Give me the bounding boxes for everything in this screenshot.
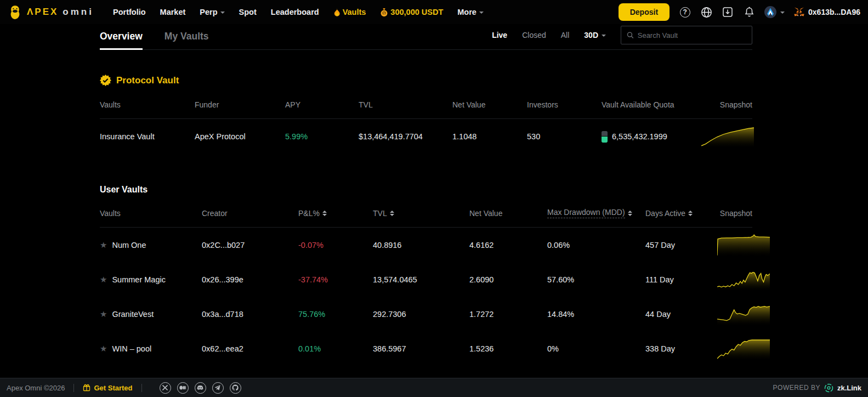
vault-snapshot-chart[interactable] (717, 303, 770, 325)
col-snapshot: Snapshot (720, 209, 752, 218)
filter-all[interactable]: All (561, 31, 570, 39)
metamask-fox-icon (794, 7, 804, 17)
get-started-link[interactable]: Get Started (83, 384, 132, 392)
vault-days-active: 457 Day (645, 241, 717, 249)
network-selector[interactable] (764, 6, 785, 18)
discord-icon[interactable] (195, 382, 206, 394)
vault-apy: 5.99% (285, 132, 359, 141)
nav-item-portfolio[interactable]: Portfolio (106, 8, 153, 16)
vault-days-active: 44 Day (645, 310, 717, 319)
money-bag-icon (380, 8, 388, 16)
vault-snapshot-chart[interactable] (717, 338, 770, 360)
sort-icon (688, 211, 693, 216)
tab-my-vaults[interactable]: My Vaults (164, 31, 209, 49)
gift-icon (83, 384, 90, 392)
footer-divider (141, 384, 142, 392)
vault-mdd: 57.60% (547, 275, 645, 284)
user-vault-row[interactable]: ★WIN – pool 0x62...eea2 0.01% 386.5967 1… (100, 331, 752, 366)
vault-snapshot-chart[interactable] (701, 126, 754, 148)
sort-icon (628, 211, 632, 216)
deposit-button[interactable]: Deposit (619, 3, 670, 21)
favorite-star-icon[interactable]: ★ (100, 310, 107, 318)
telegram-icon[interactable] (212, 382, 224, 394)
vault-snapshot-chart[interactable] (717, 269, 770, 291)
medium-icon[interactable] (177, 382, 189, 394)
favorite-star-icon[interactable]: ★ (100, 344, 107, 353)
filter-live[interactable]: Live (492, 31, 507, 39)
favorite-star-icon[interactable]: ★ (100, 241, 107, 249)
user-vault-row[interactable]: ★Summer Magic 0x26...399e -37.74% 13,574… (100, 262, 752, 297)
vault-name: Summer Magic (112, 275, 166, 284)
nav-item-leaderboard[interactable]: Leaderboard (264, 8, 326, 16)
wallet-address-chip[interactable]: 0x613b...DA96 (794, 7, 860, 17)
col-quota: Vault Available Quota (602, 100, 701, 109)
vault-net-value: 1.7272 (469, 310, 547, 319)
vault-pnl: -0.07% (298, 241, 373, 249)
nav-item-perp[interactable]: Perp (192, 8, 231, 16)
user-vault-row[interactable]: ★GraniteVest 0x3a...d718 75.76% 292.7306… (100, 297, 752, 331)
brand-apex: ΛPEX (27, 7, 58, 18)
favorite-star-icon[interactable]: ★ (100, 275, 107, 283)
github-icon[interactable] (230, 382, 241, 394)
top-nav: ΛPEXomni Portfolio Market Perp Spot Lead… (0, 0, 868, 24)
col-days-sort[interactable]: Days Active (645, 209, 717, 218)
protocol-vault-heading: Protocol Vault (100, 75, 752, 86)
arbitrum-network-icon (764, 6, 776, 18)
search-vault-box (621, 26, 752, 44)
vault-net-value: 1.1048 (452, 132, 527, 141)
user-table-header: Vaults Creator P&L% TVL Net Value Max Dr… (100, 199, 752, 228)
col-mdd-sort[interactable]: Max Drawdown (MDD) (547, 208, 645, 218)
filters-cluster: Live Closed All 30D (492, 26, 752, 49)
period-select[interactable]: 30D (584, 31, 606, 39)
apex-omni-logo[interactable]: ΛPEXomni (8, 5, 94, 20)
vault-investors: 530 (527, 132, 602, 141)
vault-name: WIN – pool (112, 344, 151, 353)
vault-name: Num One (112, 241, 146, 249)
col-investors: Investors (527, 100, 602, 109)
vault-snapshot-chart[interactable] (717, 234, 770, 256)
nav-item-more[interactable]: More (450, 8, 491, 16)
col-tvl-sort[interactable]: TVL (373, 209, 469, 218)
vault-name: Insurance Vault (100, 132, 195, 141)
main-content: Overview My Vaults Live Closed All 30D P… (100, 24, 752, 366)
col-apy: APY (285, 100, 359, 109)
vault-creator: 0x26...399e (202, 275, 298, 284)
nav-item-spot[interactable]: Spot (232, 8, 264, 16)
vault-pnl: 75.76% (298, 310, 373, 319)
vault-mdd: 0% (547, 344, 645, 353)
protocol-vault-title: Protocol Vault (116, 75, 179, 86)
globe-icon[interactable] (700, 6, 712, 18)
protocol-table-header: Vaults Funder APY TVL Net Value Investor… (100, 90, 752, 119)
vault-tvl: 40.8916 (373, 241, 469, 249)
help-icon[interactable]: ? (679, 6, 691, 18)
footer-copyright: Apex Omni ©2026 (7, 384, 65, 392)
ape-logo-icon (8, 5, 22, 20)
nav-item-market[interactable]: Market (153, 8, 193, 16)
protocol-vault-row[interactable]: Insurance Vault ApeX Protocol 5.99% $13,… (100, 119, 752, 154)
quota-battery-icon (602, 131, 608, 143)
powered-by: POWERED BY zk.Link (773, 383, 861, 393)
vault-pnl: -37.74% (298, 275, 373, 284)
search-vault-input[interactable] (638, 31, 746, 39)
vault-tvl: 13,574.0465 (373, 275, 469, 284)
vault-days-active: 338 Day (645, 344, 717, 353)
chevron-down-icon (479, 12, 484, 14)
download-app-icon[interactable] (722, 6, 734, 18)
col-pnl-sort[interactable]: P&L% (298, 209, 373, 218)
nav-item-vaults[interactable]: Vaults (326, 8, 373, 16)
nav-item-rewards[interactable]: 300,000 USDT (373, 8, 450, 16)
footer-bar: Apex Omni ©2026 Get Started POWERED BY z… (0, 378, 868, 397)
vault-net-value: 2.6090 (469, 275, 547, 284)
chevron-down-icon (602, 35, 606, 37)
brand-omni: omni (63, 7, 94, 18)
tab-overview[interactable]: Overview (100, 31, 143, 49)
user-vault-row[interactable]: ★Num One 0x2C...b027 -0.07% 40.8916 4.61… (100, 228, 752, 262)
notifications-bell-icon[interactable] (743, 6, 755, 18)
col-tvl: TVL (359, 100, 452, 109)
vault-quota: 6,535,432.1999 (602, 131, 701, 143)
zklink-brand[interactable]: zk.Link (837, 384, 861, 392)
tabs-bar: Overview My Vaults Live Closed All 30D (100, 24, 752, 50)
vault-net-value: 1.5236 (469, 344, 547, 353)
filter-closed[interactable]: Closed (522, 31, 546, 39)
x-twitter-icon[interactable] (160, 382, 171, 394)
